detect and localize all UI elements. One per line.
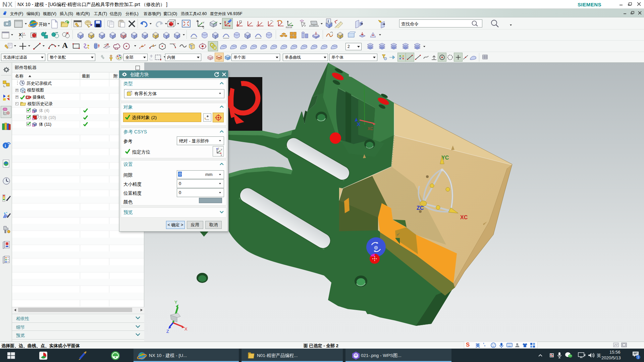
svg-text:Y: Y [221,148,222,151]
svg-text:Z: Z [218,147,219,150]
svg-text:i: i [5,143,6,148]
svg-text:X: X [203,27,205,28]
svg-text:x: x [221,154,222,156]
svg-text:x: x [23,32,25,35]
svg-text:Y: Y [203,21,205,24]
svg-text:(0,0,0): (0,0,0) [286,26,292,28]
svg-text:x: x [19,37,20,39]
svg-text:i: i [328,19,329,23]
svg-text:X: X [19,32,22,37]
svg-text:Z: Z [196,19,198,22]
